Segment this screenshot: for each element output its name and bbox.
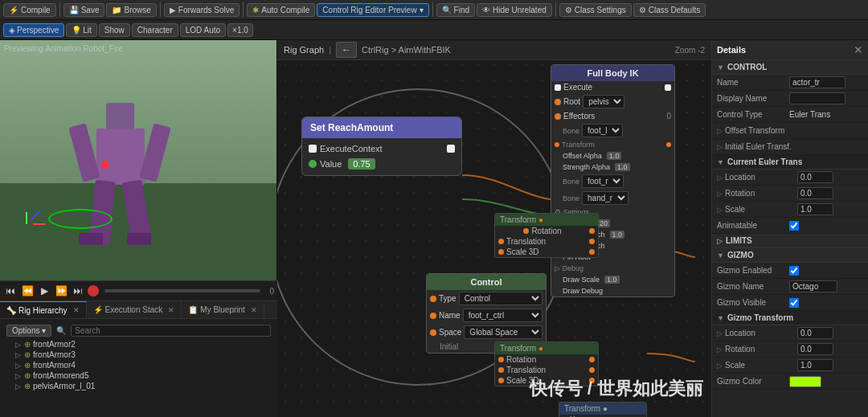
tn2-scale-pin[interactable] — [498, 378, 504, 383]
tn1-scale-out[interactable] — [589, 249, 595, 255]
class-settings-button[interactable]: ⚙ Class Settings — [559, 3, 632, 17]
lod-button[interactable]: LOD Auto — [180, 23, 226, 37]
limits-section-header[interactable]: ▷ LIMITS — [712, 234, 868, 248]
lit-button[interactable]: 💡 Lit — [66, 23, 97, 37]
control-type-pin[interactable] — [430, 296, 436, 302]
fbik-bone2-select[interactable]: foot_r — [582, 174, 624, 188]
current-euler-section[interactable]: ▼ Current Euler Trans — [712, 155, 868, 170]
tab-rig-hierarchy[interactable]: 🦴 Rig Hierarchy ✕ — [0, 301, 87, 318]
rotation-prop-row: ▷ Rotation — [712, 186, 868, 202]
fbik-transform1-out[interactable] — [666, 142, 671, 147]
list-item[interactable]: ▷ ⊕ frontArmor2 — [3, 339, 274, 350]
tn2-rotation-pin[interactable] — [498, 357, 504, 362]
fbik-transform1-pin[interactable] — [555, 142, 559, 147]
offset-transform-prop-row[interactable]: ▷ Offset Transform — [712, 123, 868, 139]
control-rig-editor-button[interactable]: Control Rig Editor Preview ▾ — [317, 3, 428, 17]
tn2-scale-out[interactable] — [589, 378, 595, 383]
tab-close-icon[interactable]: ✕ — [73, 306, 80, 314]
full-body-ik-node[interactable]: Full Body IK Execute Root pelvis Effecto… — [551, 64, 675, 297]
location-input[interactable] — [797, 171, 833, 183]
animatable-checkbox[interactable] — [789, 221, 799, 231]
rotation-input[interactable] — [797, 187, 833, 199]
left-viewport[interactable]: Previewing Animation Robot_Fire — [0, 40, 277, 300]
playback-next-button[interactable]: ⏩ — [54, 284, 68, 298]
execute-in-pin[interactable] — [309, 145, 317, 153]
fbik-execute-out[interactable] — [665, 84, 671, 91]
tn1-trans-pin[interactable] — [498, 239, 504, 244]
speed-button[interactable]: ×1.0 — [227, 23, 253, 37]
save-button[interactable]: 💾 Save — [63, 3, 105, 17]
character-button[interactable]: Character — [132, 23, 178, 37]
fbik-bone1-select[interactable]: foot_l — [582, 124, 623, 137]
tn2-trans-out[interactable] — [589, 367, 595, 373]
playback-prev-button[interactable]: ⏪ — [20, 284, 35, 298]
playback-play-button[interactable]: ▶ — [37, 284, 51, 298]
tn1-rotation-out[interactable] — [589, 228, 595, 234]
fbik-effectors-pin[interactable] — [555, 113, 561, 120]
gizmo-visible-checkbox[interactable] — [789, 298, 799, 308]
options-button[interactable]: Options ▾ — [6, 325, 51, 337]
control-name-pin[interactable] — [430, 313, 436, 319]
playback-timeline[interactable] — [104, 289, 260, 292]
transform-node-xyz[interactable]: Transform ● X Y Z — [559, 402, 647, 417]
playback-end-button[interactable]: ⏭ — [71, 284, 85, 298]
gizmo-name-input[interactable] — [789, 280, 837, 292]
gz-scale-input[interactable] — [797, 359, 833, 371]
compile-button[interactable]: ⚡ Compile — [3, 3, 56, 17]
center-graph[interactable]: Rig Graph | ← CtrlRig > AimWithFBIK Zoom… — [277, 40, 711, 417]
list-item[interactable]: ▷ ⊕ frontArmor3 — [3, 350, 274, 360]
value-pin[interactable] — [309, 160, 317, 168]
back-btn[interactable]: ← — [336, 42, 357, 58]
fbik-root-pin[interactable] — [555, 99, 561, 105]
fbik-execute-in[interactable] — [555, 84, 561, 91]
gizmo-color-swatch[interactable] — [789, 376, 821, 387]
auto-compile-button[interactable]: ✱ Auto Compile — [247, 3, 315, 17]
search-input[interactable] — [71, 325, 271, 337]
control-space-pin[interactable] — [430, 329, 436, 336]
close-icon[interactable]: ✕ — [854, 43, 863, 56]
initial-euler-prop-row[interactable]: ▷ Initial Euler Transf. — [712, 139, 868, 155]
control-name-select[interactable]: foot_r_ctrl — [463, 309, 542, 322]
control-type-select[interactable]: Control — [459, 292, 542, 305]
display-name-input[interactable] — [789, 92, 845, 104]
set-reach-node[interactable]: Set ReachAmount ExecuteContext Value 0.7… — [301, 117, 462, 176]
fbik-bone3-select[interactable]: hand_r — [582, 191, 628, 205]
find-button[interactable]: 🔍 Find — [436, 3, 475, 17]
name-input[interactable] — [789, 76, 845, 88]
list-item[interactable]: ▷ ⊕ frontArmorend5 — [3, 370, 274, 381]
browse-button[interactable]: 📁 Browse — [106, 3, 156, 17]
tn1-rotation-pin[interactable] — [523, 228, 529, 234]
execute-out-pin[interactable] — [447, 145, 455, 153]
forwards-solve-button[interactable]: ▶ Forwards Solve — [164, 3, 240, 17]
tn2-rotation-out[interactable] — [589, 357, 595, 362]
tn2-trans-pin[interactable] — [498, 367, 504, 373]
tn1-scale-pin[interactable] — [498, 249, 504, 255]
control-space-select[interactable]: Global Space — [464, 325, 542, 339]
transform-node-1[interactable]: Transform ● Rotation Translation Scale 3… — [494, 213, 599, 258]
tab-close-icon2[interactable]: ✕ — [168, 306, 174, 314]
tab-execution-stack[interactable]: ⚡ Execution Stack ✕ — [87, 301, 182, 318]
tab-my-blueprint[interactable]: 📋 My Blueprint ✕ — [182, 301, 264, 318]
fbik-root-select[interactable]: pelvis — [583, 95, 624, 108]
gizmo-section-header[interactable]: ▼ GIZMO — [712, 248, 868, 263]
gz-rotation-input[interactable] — [797, 343, 833, 355]
perspective-button[interactable]: ◈ Perspective — [3, 23, 64, 37]
control-section-header[interactable]: ▼ CONTROL — [712, 60, 868, 75]
hide-unrelated-button[interactable]: 👁 Hide Unrelated — [477, 3, 552, 17]
separator — [555, 2, 556, 17]
scale-input[interactable] — [797, 203, 833, 215]
show-button[interactable]: Show — [99, 23, 130, 37]
class-defaults-button[interactable]: ⚙ Class Defaults — [633, 3, 706, 17]
transform-node-2[interactable]: Transform ● Rotation Translation Scale 3… — [494, 341, 599, 386]
gizmo-enabled-checkbox[interactable] — [789, 266, 799, 276]
gizmo-transform-section[interactable]: ▼ Gizmo Transform — [712, 311, 868, 325]
gz-location-input[interactable] — [797, 327, 833, 339]
tn1-trans-out[interactable] — [589, 239, 595, 244]
tab-close-icon3[interactable]: ✕ — [251, 306, 257, 314]
graph-title: Rig Graph — [284, 45, 324, 55]
expand-arrow-icon: ▷ — [717, 127, 723, 135]
playback-start-button[interactable]: ⏮ — [3, 284, 18, 298]
list-item[interactable]: ▷ ⊕ pelvisArmor_l_01 — [3, 381, 274, 391]
playback-record-button[interactable] — [88, 285, 99, 296]
list-item[interactable]: ▷ ⊕ frontArmor4 — [3, 360, 274, 370]
